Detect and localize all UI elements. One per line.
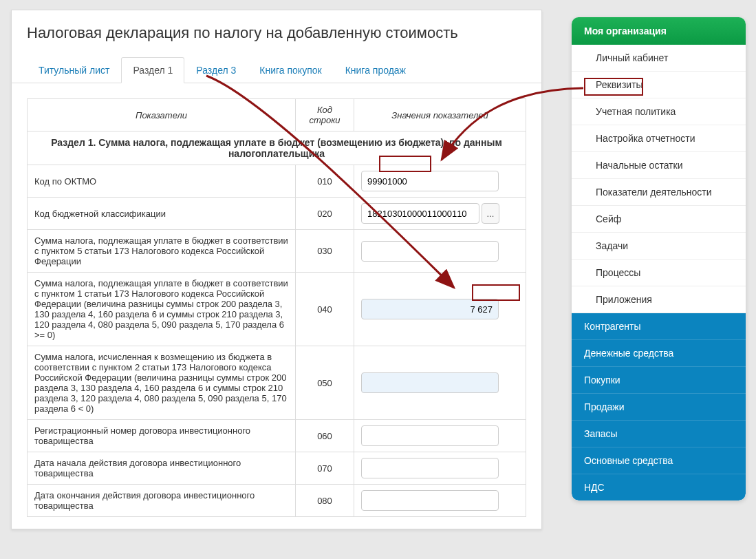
sidebar-item-tasks[interactable]: Задачи bbox=[572, 233, 746, 260]
main-panel: Налоговая декларация по налогу на добавл… bbox=[11, 10, 542, 529]
row-030-input[interactable] bbox=[361, 241, 499, 262]
kbk-input[interactable] bbox=[361, 203, 479, 224]
section-table: Раздел 1. Сумма налога, подлежащая уплат… bbox=[27, 98, 526, 517]
sidebar-item-processes[interactable]: Процессы bbox=[572, 260, 746, 286]
indicator-cell: Регистрационный номер договора инвестици… bbox=[28, 420, 296, 452]
row-070-input[interactable] bbox=[361, 458, 499, 478]
indicator-cell: Сумма налога, исчисленная к возмещению и… bbox=[28, 346, 296, 420]
row-060-input[interactable] bbox=[361, 425, 499, 446]
tab-title-sheet[interactable]: Титульный лист bbox=[27, 57, 121, 83]
table-row: Код бюджетной классификации 020 ... bbox=[28, 198, 526, 230]
table-row: Регистрационный номер договора инвестици… bbox=[28, 420, 526, 452]
row-040-input[interactable] bbox=[361, 299, 499, 319]
tab-purchase-book[interactable]: Книга покупок bbox=[248, 57, 333, 83]
indicator-cell: Код по ОКТМО bbox=[28, 165, 296, 198]
tab-section-1[interactable]: Раздел 1 bbox=[121, 57, 184, 83]
table-row: Сумма налога, подлежащая уплате в бюджет… bbox=[28, 230, 526, 273]
code-cell: 080 bbox=[296, 485, 354, 517]
col-header-indicator: Показатели bbox=[28, 99, 296, 131]
sidebar-item-sales[interactable]: Продажи bbox=[572, 394, 746, 421]
page-title: Налоговая декларация по налогу на добавл… bbox=[12, 10, 541, 57]
table-row: Дата начала действия договора инвестицио… bbox=[28, 452, 526, 485]
sidebar-item-fixed-assets[interactable]: Основные средства bbox=[572, 447, 746, 474]
sidebar-header: Моя организация bbox=[572, 17, 746, 45]
code-cell: 070 bbox=[296, 452, 354, 485]
code-cell: 040 bbox=[296, 273, 354, 346]
sidebar-item-details[interactable]: Реквизиты bbox=[572, 72, 746, 98]
table-row: Сумма налога, исчисленная к возмещению и… bbox=[28, 346, 526, 420]
tabs: Титульный лист Раздел 1 Раздел 3 Книга п… bbox=[12, 57, 541, 83]
sidebar-item-inventory[interactable]: Запасы bbox=[572, 421, 746, 447]
sidebar-item-counterparties[interactable]: Контрагенты bbox=[572, 313, 746, 340]
indicator-cell: Дата начала действия договора инвестицио… bbox=[28, 452, 296, 485]
section-caption: Раздел 1. Сумма налога, подлежащая уплат… bbox=[28, 131, 526, 165]
indicator-cell: Дата окончания действия договора инвести… bbox=[28, 485, 296, 517]
sidebar-item-balances[interactable]: Начальные остатки bbox=[572, 152, 746, 179]
row-050-input[interactable] bbox=[361, 372, 499, 393]
sidebar-item-vat[interactable]: НДС bbox=[572, 474, 746, 500]
col-header-value: Значения показателей bbox=[354, 99, 526, 131]
sidebar-item-purchases[interactable]: Покупки bbox=[572, 367, 746, 394]
sidebar-item-cash[interactable]: Денежные средства bbox=[572, 340, 746, 367]
table-row: Дата окончания действия договора инвести… bbox=[28, 485, 526, 517]
sidebar: Моя организация Личный кабинет Реквизиты… bbox=[572, 17, 746, 500]
sidebar-item-reporting[interactable]: Настройка отчетности bbox=[572, 125, 746, 152]
sidebar-item-safe[interactable]: Сейф bbox=[572, 206, 746, 233]
indicator-cell: Код бюджетной классификации bbox=[28, 198, 296, 230]
sidebar-item-policy[interactable]: Учетная политика bbox=[572, 98, 746, 125]
code-cell: 050 bbox=[296, 346, 354, 420]
table-row: Код по ОКТМО 010 bbox=[28, 165, 526, 198]
indicator-cell: Сумма налога, подлежащая уплате в бюджет… bbox=[28, 230, 296, 273]
tab-sales-book[interactable]: Книга продаж bbox=[334, 57, 418, 83]
code-cell: 010 bbox=[296, 165, 354, 198]
sidebar-item-cabinet[interactable]: Личный кабинет bbox=[572, 45, 746, 72]
code-cell: 060 bbox=[296, 420, 354, 452]
table-row: Сумма налога, подлежащая уплате в бюджет… bbox=[28, 273, 526, 346]
code-cell: 020 bbox=[296, 198, 354, 230]
indicator-cell: Сумма налога, подлежащая уплате в бюджет… bbox=[28, 273, 296, 346]
col-header-code: Код строки bbox=[296, 99, 354, 131]
sidebar-item-activity[interactable]: Показатели деятельности bbox=[572, 179, 746, 206]
tab-section-3[interactable]: Раздел 3 bbox=[184, 57, 248, 83]
kbk-lookup-button[interactable]: ... bbox=[482, 203, 499, 224]
sidebar-item-apps[interactable]: Приложения bbox=[572, 286, 746, 313]
oktmo-input[interactable] bbox=[361, 171, 499, 191]
row-080-input[interactable] bbox=[361, 490, 499, 511]
code-cell: 030 bbox=[296, 230, 354, 273]
